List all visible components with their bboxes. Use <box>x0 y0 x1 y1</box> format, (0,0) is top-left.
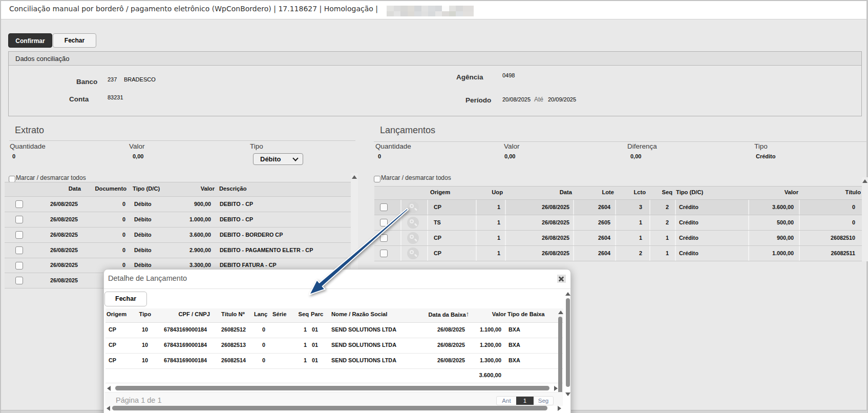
row-checkbox[interactable] <box>380 234 388 242</box>
vscrollbar-thumb[interactable] <box>558 317 562 396</box>
extrato-marcar-label: Marcar / desmarcar todos <box>16 174 86 181</box>
periodo-label: Período <box>465 96 491 104</box>
cell-tipo: Débito <box>134 262 152 268</box>
modal-table-row[interactable]: CP 10 67843169000184 26082513 0 1 01 SEN… <box>105 338 563 354</box>
row-checkbox[interactable] <box>380 250 388 257</box>
scroll-up-icon[interactable] <box>558 311 563 314</box>
extrato-row[interactable]: 26/08/2025 0 Débito 1.000,00 DEBITO - CP <box>5 212 351 228</box>
modal-table-row[interactable]: CP 10 67843169000184 26082512 0 1 01 SEN… <box>105 323 563 338</box>
cell-tipo: 10 <box>130 357 148 363</box>
row-checkbox[interactable] <box>15 262 23 270</box>
scroll-left-icon[interactable] <box>107 386 111 391</box>
modal-vscrollbar[interactable] <box>565 290 570 413</box>
row-checkbox[interactable] <box>15 277 23 284</box>
lancamentos-row[interactable]: TS 1 26/08/2025 2605 1 2 Crédito 500,00 … <box>374 215 862 231</box>
close-button[interactable]: Fechar <box>53 33 96 48</box>
cell-data-baixa: 26/08/2025 <box>392 326 465 333</box>
cell-nome: SEND SOLUTIONS LTDA <box>331 342 396 348</box>
cell-documento: 0 <box>83 232 125 238</box>
cell-origem: CP <box>434 204 441 210</box>
cell-documento: 0 <box>83 201 125 207</box>
extrato-row[interactable]: 26/08/2025 0 Débito 2.900,00 DEBITO - PA… <box>5 243 351 258</box>
row-checkbox[interactable] <box>15 200 23 208</box>
pager-prev-button[interactable]: Ant <box>497 397 516 405</box>
cell-data: 26/08/2025 <box>27 262 78 268</box>
cell-parc: 01 <box>312 357 318 363</box>
col-header-descricao: Descrição <box>219 185 247 192</box>
magnifier-icon[interactable] <box>407 247 419 259</box>
extrato-row[interactable]: 26/08/2025 0 Débito 900,00 DEBITO - CP <box>5 197 351 212</box>
lancamentos-row[interactable]: CP 1 26/08/2025 2604 1 1 Crédito 900,00 … <box>374 231 862 246</box>
row-checkbox[interactable] <box>15 231 23 239</box>
lancamentos-row-selected[interactable]: CP 1 26/08/2025 2604 3 2 Crédito 3.600,0… <box>374 200 862 215</box>
magnifier-icon[interactable] <box>407 232 419 244</box>
modal-bottom-hscrollbar[interactable] <box>105 405 564 411</box>
cell-origem: TS <box>434 219 441 225</box>
row-checkbox[interactable] <box>380 203 388 211</box>
lancamentos-marcar-checkbox[interactable] <box>374 176 380 182</box>
extrato-section-title: Extrato <box>15 125 44 136</box>
cell-parc: 01 <box>312 342 318 348</box>
row-checkbox[interactable] <box>380 219 388 226</box>
hscrollbar-thumb[interactable] <box>112 406 547 410</box>
cell-descricao: DEBITO - BORDERO CP <box>220 232 283 238</box>
cell-documento: 0 <box>83 247 125 253</box>
cell-uop: 1 <box>476 250 500 256</box>
hscrollbar-thumb[interactable] <box>115 386 549 390</box>
cell-descricao: DEBITO - PAGAMENTO ELETR - CP <box>220 247 313 253</box>
scroll-down-icon[interactable] <box>565 393 570 396</box>
cell-valor: 1.000,00 <box>183 216 211 222</box>
cell-lote: 2605 <box>573 219 610 225</box>
col-header-parc: Parc <box>311 311 323 317</box>
cell-valor: 1.100,00 <box>474 326 501 333</box>
scroll-right-icon[interactable] <box>558 406 561 411</box>
page-title: Conciliação manual por borderô / pagamen… <box>9 5 378 13</box>
confirm-button[interactable]: Confirmar <box>8 33 52 48</box>
col-header-data-baixa: Data da Baixa↑ <box>392 311 469 318</box>
extrato-tipo-select[interactable]: Débito <box>253 153 303 165</box>
cell-parc: 01 <box>312 326 318 333</box>
modal-table-vscrollbar[interactable] <box>558 309 563 399</box>
magnifier-ring <box>410 235 414 239</box>
row-checkbox[interactable] <box>15 246 23 254</box>
scroll-right-icon[interactable] <box>554 386 558 391</box>
cell-tipo: Débito <box>134 232 152 238</box>
close-icon[interactable] <box>557 275 566 283</box>
cell-titulo-nr: 26082514 <box>221 357 246 363</box>
column-separator-line <box>400 231 401 245</box>
modal-title-bar: Detalhe de Lançamento <box>104 270 570 289</box>
cell-tipo: Débito <box>134 247 152 253</box>
modal-table-header: Origem Tipo CPF / CNPJ Título Nº Lanç Sé… <box>105 308 563 323</box>
extrato-divider <box>9 140 355 141</box>
magnifier-handle <box>414 208 417 211</box>
col-header-valor: Valor <box>748 189 798 195</box>
extrato-row[interactable]: 26/08/2025 0 Débito 3.600,00 DEBITO - BO… <box>5 228 351 243</box>
modal-table-row[interactable]: CP 10 67843169000184 26082514 0 1 01 SEN… <box>105 354 563 369</box>
cell-tipo: Crédito <box>679 250 698 256</box>
cell-valor: 500,00 <box>748 219 794 225</box>
row-checkbox[interactable] <box>15 216 23 223</box>
modal-fechar-button[interactable]: Fechar <box>104 292 147 306</box>
magnifier-handle <box>414 223 417 226</box>
modal-pagination-bar: Página 1 de 1 Ant 1 Seg <box>105 392 563 406</box>
modal-table-hscrollbar[interactable] <box>105 385 563 391</box>
scroll-up-icon[interactable] <box>565 292 570 296</box>
scroll-left-icon[interactable] <box>107 406 110 411</box>
pager-next-button[interactable]: Seg <box>534 397 553 405</box>
cell-lcto: 3 <box>615 204 642 210</box>
cell-titulo: 26082511 <box>799 250 855 256</box>
vscrollbar-thumb[interactable] <box>566 298 570 387</box>
col-header-seq: Seq <box>649 189 672 195</box>
magnifier-icon[interactable] <box>407 201 419 213</box>
extrato-quantidade-value: 0 <box>12 153 15 159</box>
pager-current-page[interactable]: 1 <box>516 397 534 405</box>
scroll-up-icon[interactable] <box>352 175 357 179</box>
magnifier-icon[interactable] <box>407 217 419 229</box>
conta-label: Conta <box>69 95 89 103</box>
lancamentos-scrollbar-track[interactable] <box>862 177 868 261</box>
lancamentos-quantidade-label: Quantidade <box>375 142 411 150</box>
cell-titulo-nr: 26082512 <box>221 326 246 333</box>
dados-panel: Dados conciliação Banco 237 BRADESCO Con… <box>8 51 862 116</box>
scroll-up-icon[interactable] <box>862 179 867 183</box>
lancamentos-row[interactable]: CP 1 26/08/2025 2604 2 1 Crédito 1.000,0… <box>374 246 862 261</box>
